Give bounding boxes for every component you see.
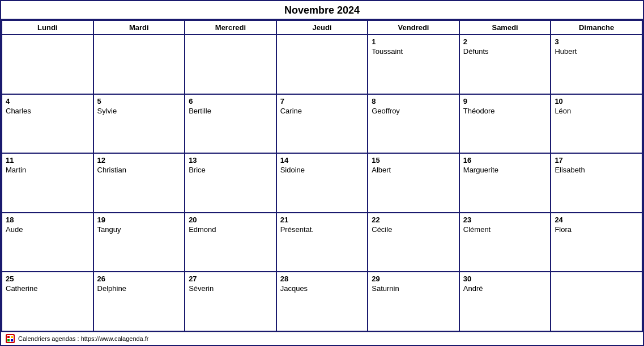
calendar-cell: 17Elisabeth (551, 153, 642, 213)
day-saint-name: Martin (6, 166, 89, 174)
day-saint-name: Séverin (189, 284, 272, 293)
calendar-cell: 16Marguerite (459, 153, 551, 213)
day-header: Mardi (93, 20, 185, 35)
header-row: LundiMardiMercrediJeudiVendrediSamediDim… (2, 20, 642, 35)
day-saint-name: Charles (6, 107, 89, 115)
day-saint-name: Sylvie (97, 107, 181, 115)
calendar-cell: 6Bertille (185, 94, 276, 154)
day-saint-name: Jacques (280, 284, 364, 293)
calendar-cell: 2Défunts (459, 35, 551, 94)
calendar-cell: 29Saturnin (368, 272, 459, 331)
day-number: 29 (372, 275, 455, 283)
day-number: 15 (372, 156, 455, 164)
calendar-week-row: 4Charles5Sylvie6Bertille7Carine8Geoffroy… (2, 94, 642, 154)
day-number: 25 (6, 275, 89, 283)
calendar-cell: 10Léon (551, 94, 642, 154)
calendar-week-row: 25Catherine26Delphine27Séverin28Jacques2… (2, 272, 642, 331)
day-saint-name: Théodore (463, 107, 547, 115)
day-number: 28 (280, 275, 364, 283)
calendar-cell (276, 35, 368, 94)
day-header: Vendredi (368, 20, 459, 35)
day-header: Dimanche (551, 20, 642, 35)
calendar-cell (185, 35, 276, 94)
svg-rect-3 (11, 336, 13, 338)
day-saint-name: Bertille (189, 107, 272, 115)
calendar-cell: 24Flora (551, 213, 642, 272)
day-number: 20 (189, 216, 272, 224)
day-number: 26 (97, 275, 181, 283)
day-number: 2 (463, 37, 547, 46)
day-saint-name: Défunts (463, 47, 547, 56)
day-number: 27 (189, 275, 272, 283)
day-number: 30 (463, 275, 547, 283)
svg-rect-4 (7, 339, 10, 341)
day-saint-name: Geoffroy (372, 107, 455, 115)
day-number: 21 (280, 216, 364, 224)
day-number: 8 (372, 97, 455, 106)
calendar-cell (2, 35, 93, 94)
day-saint-name: André (463, 284, 547, 293)
day-saint-name: Delphine (97, 284, 181, 293)
day-saint-name: Brice (189, 166, 272, 174)
calendar-cell: 27Séverin (185, 272, 276, 331)
calendar-cell: 12Christian (93, 153, 185, 213)
day-number: 9 (463, 97, 547, 106)
day-number: 10 (555, 97, 638, 106)
day-number: 19 (97, 216, 181, 224)
day-number: 16 (463, 156, 547, 164)
day-saint-name: Sidoine (280, 166, 364, 174)
day-number: 22 (372, 216, 455, 224)
day-header: Lundi (2, 20, 93, 35)
day-header: Samedi (459, 20, 551, 35)
day-saint-name: Hubert (555, 47, 638, 56)
calendar-cell: 11Martin (2, 153, 93, 213)
day-saint-name: Marguerite (463, 166, 547, 174)
day-saint-name: Catherine (6, 284, 89, 293)
footer-text: Calendriers agendas : https://www.calage… (18, 335, 149, 342)
calendar-cell: 9Théodore (459, 94, 551, 154)
day-number: 18 (6, 216, 89, 224)
calendar-title: Novembre 2024 (1, 1, 643, 20)
calendar-cell: 1Toussaint (368, 35, 459, 94)
day-saint-name: Albert (372, 166, 455, 174)
calendar-cell: 15Albert (368, 153, 459, 213)
calendar-cell: 30André (459, 272, 551, 331)
day-number: 6 (189, 97, 272, 106)
calendar-cell: 28Jacques (276, 272, 368, 331)
day-saint-name: Saturnin (372, 284, 455, 293)
calendar-cell: 20Edmond (185, 213, 276, 272)
day-saint-name: Aude (6, 225, 89, 234)
calendar-cell: 22Cécile (368, 213, 459, 272)
day-saint-name: Léon (555, 107, 638, 115)
calendar-table: LundiMardiMercrediJeudiVendrediSamediDim… (1, 20, 643, 332)
day-number: 12 (97, 156, 181, 164)
calendar-cell: 13Brice (185, 153, 276, 213)
day-saint-name: Carine (280, 107, 364, 115)
svg-rect-5 (11, 339, 13, 341)
calendar-cell (551, 272, 642, 331)
calendar-cell: 26Delphine (93, 272, 185, 331)
calendar-cell: 5Sylvie (93, 94, 185, 154)
calendar-week-row: 18Aude19Tanguy20Edmond21Présentat.22Céci… (2, 213, 642, 272)
day-saint-name: Tanguy (97, 225, 181, 234)
day-header: Jeudi (276, 20, 368, 35)
day-number: 14 (280, 156, 364, 164)
day-number: 1 (372, 37, 455, 46)
day-number: 23 (463, 216, 547, 224)
day-saint-name: Edmond (189, 225, 272, 234)
calendar-cell: 21Présentat. (276, 213, 368, 272)
day-saint-name: Clément (463, 225, 547, 234)
day-number: 24 (555, 216, 638, 224)
day-number: 7 (280, 97, 364, 106)
calendar-cell: 14Sidoine (276, 153, 368, 213)
day-saint-name: Elisabeth (555, 166, 638, 174)
calendar-cell: 8Geoffroy (368, 94, 459, 154)
day-number: 17 (555, 156, 638, 164)
day-saint-name: Flora (555, 225, 638, 234)
day-saint-name: Cécile (372, 225, 455, 234)
calendar-cell: 18Aude (2, 213, 93, 272)
calendar-cell: 7Carine (276, 94, 368, 154)
day-saint-name: Toussaint (372, 47, 455, 56)
calendar-cell (93, 35, 185, 94)
day-number: 4 (6, 97, 89, 106)
